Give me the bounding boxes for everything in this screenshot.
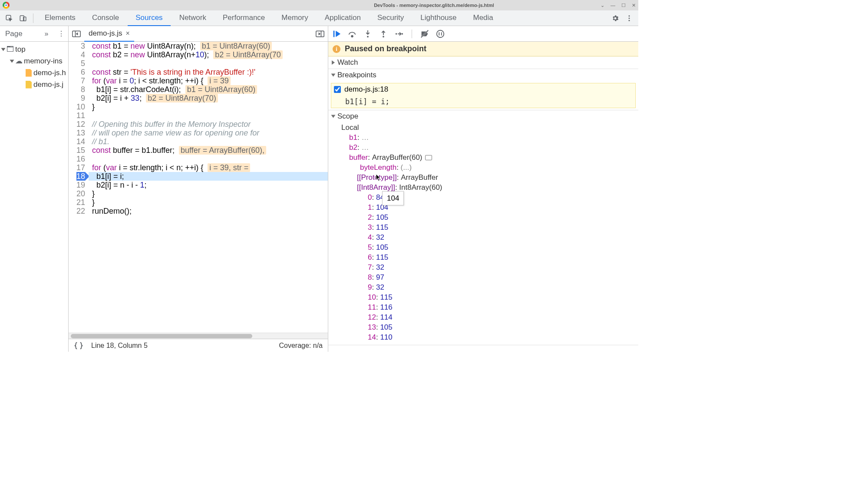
code-line[interactable]: b2[i] = n - i - 1; [89,181,328,189]
line-number[interactable]: 11 [76,111,85,120]
kebab-icon[interactable] [623,12,636,25]
code-line[interactable]: // b1. [89,137,328,146]
line-number[interactable]: 12 [76,120,85,129]
code-line[interactable]: b2[i] = i + 33; b2 = Uint8Array(70) [89,94,328,102]
horizontal-scrollbar[interactable] [69,333,328,339]
code-line[interactable]: runDemo(); [89,207,328,215]
line-number[interactable]: 15 [76,146,85,155]
code-line[interactable]: for (var i = str.length; i < n; ++i) { i… [89,163,328,172]
line-number[interactable]: 20 [76,189,85,198]
maximize-icon[interactable]: ☐ [621,3,626,8]
tab-lighthouse[interactable]: Lighthouse [413,10,464,26]
tree-domain[interactable]: ☁memory-ins [0,55,68,67]
array-entry[interactable]: 9: 32 [328,282,638,292]
device-toggle-icon[interactable] [17,12,30,25]
array-entry[interactable]: 3: 115 [328,222,638,232]
breakpoint-item[interactable]: demo-js.js:18 b1[i] = i; [331,83,636,108]
tab-performance[interactable]: Performance [215,10,273,26]
line-number[interactable]: 7 [76,76,85,85]
tab-sources[interactable]: Sources [128,10,170,26]
line-number[interactable]: 18 [76,172,85,181]
line-number[interactable]: 14 [76,137,85,146]
kebab-icon[interactable]: ⋮ [56,29,66,39]
array-entry[interactable]: 12: 114 [328,312,638,322]
chevron-down-icon[interactable]: ⌄ [601,3,604,8]
tab-media[interactable]: Media [465,10,501,26]
breakpoint-checkbox[interactable] [334,86,341,93]
step-icon[interactable] [394,29,404,39]
scope-prototype[interactable]: [[Prototype]]: ArrayBuffer [328,172,638,182]
line-number[interactable]: 19 [76,181,85,189]
array-entry[interactable]: 7: 32 [328,262,638,272]
array-entry[interactable]: 2: 105 [328,212,638,222]
line-number[interactable]: 22 [76,207,85,215]
array-entry[interactable]: 11: 116 [328,302,638,312]
scope-int8array[interactable]: [[Int8Array]]: Int8Array(60) [328,182,638,192]
array-entry[interactable]: 14: 110 [328,332,638,342]
line-number[interactable]: 5 [76,59,85,68]
code-line[interactable]: b1[i] = str.charCodeAt(i); b1 = Uint8Arr… [89,85,328,94]
code-line[interactable]: b1[i] = i; [89,172,328,181]
tree-file-js[interactable]: demo-js.j [0,79,68,90]
code-line[interactable]: for (var i = 0; i < str.length; ++i) { i… [89,76,328,85]
memory-inspector-icon[interactable] [425,155,432,160]
watch-section[interactable]: Watch [328,56,638,69]
minimize-icon[interactable]: — [611,3,615,8]
pretty-print-icon[interactable] [74,341,83,350]
line-number[interactable]: 9 [76,94,85,102]
scope-local[interactable]: Local [328,122,638,132]
scope-b2[interactable]: b2: … [328,142,638,152]
step-over-icon[interactable] [347,29,357,39]
code-line[interactable] [89,59,328,68]
tree-file-html[interactable]: demo-js.h [0,67,68,79]
scope-bytelength[interactable]: byteLength: (...) [328,162,638,172]
code-line[interactable]: const buffer = b1.buffer; buffer = Array… [89,146,328,155]
step-out-icon[interactable] [379,29,388,39]
file-tab[interactable]: demo-js.js × [84,26,134,42]
line-number[interactable]: 16 [76,155,85,163]
breakpoints-section[interactable]: Breakpoints [328,69,638,81]
code-line[interactable]: } [89,189,328,198]
tab-memory[interactable]: Memory [274,10,316,26]
tab-application[interactable]: Application [317,10,369,26]
code-line[interactable]: } [89,102,328,111]
array-entry[interactable]: 4: 32 [328,232,638,242]
toggle-debugger-icon[interactable] [314,28,326,40]
tab-security[interactable]: Security [370,10,412,26]
pause-exceptions-icon[interactable] [436,29,445,39]
line-number[interactable]: 10 [76,102,85,111]
chevron-double-icon[interactable]: » [41,29,52,39]
code-line[interactable]: } [89,198,328,207]
line-number[interactable]: 21 [76,198,85,207]
array-entry[interactable]: 0: 84 [328,192,638,202]
toggle-navigator-icon[interactable] [70,28,83,40]
tab-elements[interactable]: Elements [37,10,83,26]
array-entry[interactable]: 8: 97 [328,272,638,282]
array-entry[interactable]: 13: 105 [328,322,638,332]
inspect-icon[interactable] [3,12,16,25]
code-line[interactable]: // will open the same view as for openin… [89,129,328,137]
tree-top[interactable]: 🗔top [0,43,68,55]
navigator-tab[interactable]: Page [2,30,37,38]
tab-console[interactable]: Console [84,10,127,26]
scope-buffer[interactable]: buffer: ArrayBuffer(60) [328,152,638,162]
line-number[interactable]: 13 [76,129,85,137]
array-entry[interactable]: 10: 115 [328,292,638,302]
code-line[interactable]: const str = 'This is a string in the Arr… [89,68,328,76]
line-number[interactable]: 6 [76,68,85,76]
code-line[interactable] [89,111,328,120]
deactivate-breakpoints-icon[interactable] [420,29,429,39]
line-number[interactable]: 17 [76,163,85,172]
code-line[interactable] [89,155,328,163]
close-icon[interactable]: ✕ [632,3,636,8]
tab-network[interactable]: Network [172,10,214,26]
array-entry[interactable]: 6: 115 [328,252,638,262]
line-number[interactable]: 3 [76,42,85,50]
resume-icon[interactable] [332,29,341,39]
array-entry[interactable]: 5: 105 [328,242,638,252]
step-into-icon[interactable] [363,29,373,39]
scope-b1[interactable]: b1: … [328,132,638,142]
gear-icon[interactable] [609,12,622,25]
line-number[interactable]: 8 [76,85,85,94]
array-entry[interactable]: 1: 104 [328,202,638,212]
